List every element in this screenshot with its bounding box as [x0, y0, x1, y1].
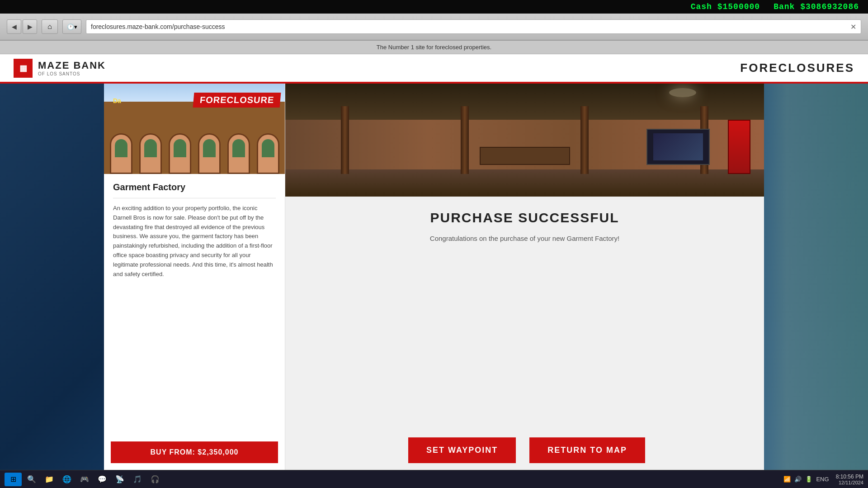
property-name: Garment Factory	[113, 182, 276, 198]
purchase-subtitle: Congratulations on the purchase of your …	[430, 235, 619, 242]
taskbar-browser[interactable]: 🌐	[59, 473, 75, 486]
volume-icon: 🔊	[794, 476, 802, 483]
property-image: Da FORECLOSURE	[104, 84, 285, 174]
return-to-map-button[interactable]: RETURN TO MAP	[529, 437, 645, 463]
taskbar-app4[interactable]: 🎵	[130, 473, 145, 486]
history-button[interactable]: 🕐▾	[62, 19, 81, 34]
taskbar-search[interactable]: 🔍	[24, 473, 39, 486]
left-panel: Da FORECLOSURE Garment Factory An exciti…	[104, 84, 285, 470]
hud-bank: Bank $3086932086	[774, 2, 859, 11]
taskbar-app2[interactable]: 💬	[94, 473, 110, 486]
set-waypoint-button[interactable]: SET WAYPOINT	[408, 437, 516, 463]
foreclosure-badge: FORECLOSURE	[193, 93, 281, 108]
purchase-content: PURCHASE SUCCESSFUL Congratulations on t…	[285, 197, 764, 470]
back-button[interactable]: ◀	[7, 19, 21, 34]
bank-subname: OF LOS SANTOS	[38, 71, 106, 76]
right-panel: PURCHASE SUCCESSFUL Congratulations on t…	[285, 84, 764, 470]
action-buttons: SET WAYPOINT RETURN TO MAP	[289, 437, 764, 463]
lang-indicator: ENG	[816, 476, 829, 483]
purchase-title: PURCHASE SUCCESSFUL	[430, 210, 619, 225]
exterior-image: Da FORECLOSURE	[104, 84, 285, 174]
content-area: Da FORECLOSURE Garment Factory An exciti…	[104, 84, 764, 470]
forward-button[interactable]: ▶	[23, 19, 37, 34]
start-button[interactable]: ⊞	[5, 473, 22, 486]
site-header: ▦ MAZE BANK OF LOS SANTOS FORECLOSURES	[0, 54, 868, 84]
wifi-icon: 📶	[783, 476, 791, 483]
announcement-bar: The Number 1 site for foreclosed propert…	[0, 41, 868, 54]
url-clear-button[interactable]: ✕	[850, 23, 856, 31]
property-details: Garment Factory An exciting addition to …	[104, 174, 285, 437]
logo: ▦ MAZE BANK OF LOS SANTOS	[14, 59, 106, 78]
browser-chrome: ◀ ▶ ⌂ 🕐▾ foreclosures.maze-bank.com/purc…	[0, 14, 868, 41]
site-section: FORECLOSURES	[740, 61, 854, 75]
taskbar-tray: 📶 🔊 🔋 ENG 8:10:56 PM 12/11/2024	[783, 474, 863, 485]
taskbar-files[interactable]: 📁	[42, 473, 57, 486]
hud-cash: Cash $1500000	[691, 2, 760, 11]
interior-image	[285, 84, 764, 197]
game-hud: Cash $1500000 Bank $3086932086	[0, 0, 868, 14]
property-description: An exciting addition to your property po…	[113, 204, 276, 279]
taskbar-clock: 8:10:56 PM 12/11/2024	[836, 474, 863, 485]
buy-button[interactable]: BUY FROM: $2,350,000	[111, 441, 278, 463]
taskbar-app1[interactable]: 🎮	[77, 473, 92, 486]
battery-icon: 🔋	[805, 476, 812, 483]
logo-icon: ▦	[14, 59, 33, 78]
system-tray: 📶 🔊 🔋 ENG	[783, 476, 829, 483]
building-sign: Da	[113, 97, 121, 104]
bank-name: MAZE BANK	[38, 60, 106, 71]
home-button[interactable]: ⌂	[42, 19, 58, 34]
taskbar-app3[interactable]: 📡	[112, 473, 127, 486]
url-bar[interactable]: foreclosures.maze-bank.com/purchase-succ…	[86, 19, 861, 34]
taskbar-app5[interactable]: 🎧	[147, 473, 163, 486]
taskbar: ⊞ 🔍 📁 🌐 🎮 💬 📡 🎵 🎧 📶 🔊 🔋 ENG 8:10:56 PM 1…	[0, 470, 868, 488]
